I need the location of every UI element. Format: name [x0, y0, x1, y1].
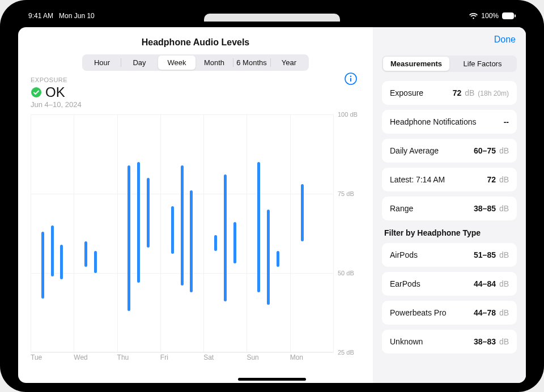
info-circle-icon	[345, 73, 357, 85]
chart-bar[interactable]	[257, 162, 260, 292]
checkmark-circle-icon	[31, 87, 42, 98]
time-range-day[interactable]: Day	[121, 56, 158, 70]
time-range-segmented[interactable]: HourDayWeekMonth6 MonthsYear	[82, 54, 309, 71]
chart-gridline	[31, 114, 333, 115]
chart-bar[interactable]	[267, 210, 270, 305]
measurement-row[interactable]: Daily Average60–75 dB	[382, 139, 517, 163]
chart-vline	[290, 114, 291, 353]
chart-bar[interactable]	[51, 225, 54, 276]
chart-bar[interactable]	[147, 178, 150, 248]
chart-vline	[160, 114, 161, 353]
chart-plot-area	[31, 114, 333, 352]
status-time: 9:41 AM	[28, 12, 53, 19]
svg-point-4	[350, 76, 351, 77]
filter-row[interactable]: AirPods51–85 dB	[382, 243, 517, 267]
chart-x-tick: Tue	[31, 353, 74, 361]
chart[interactable]: 25 dB50 dB75 dB100 dB	[31, 114, 360, 352]
filter-row[interactable]: EarPods44–84 dB	[382, 272, 517, 296]
chart-bar[interactable]	[214, 235, 217, 251]
chart-y-tick: 25 dB	[338, 349, 354, 356]
svg-rect-0	[503, 13, 514, 19]
measurements-list: Exposure72 dB (18h 20m)Headphone Notific…	[382, 81, 517, 220]
chart-y-tick: 100 dB	[338, 111, 358, 118]
device-frame: 9:41 AM Mon Jun 10 100% ••• Headphone Au…	[0, 0, 544, 392]
chart-bar[interactable]	[277, 251, 279, 267]
chart-bar[interactable]	[171, 206, 174, 254]
modal-sheet: Headphone Audio Levels HourDayWeekMonth6…	[18, 27, 526, 383]
filter-label: Unknown	[390, 337, 423, 346]
chart-gridline	[31, 352, 333, 353]
measurement-row[interactable]: Range38–85 dB	[382, 197, 517, 220]
chart-bar[interactable]	[301, 184, 304, 241]
side-tab-measurements[interactable]: Measurements	[383, 57, 449, 71]
chart-bar[interactable]	[84, 241, 87, 267]
filter-label: EarPods	[390, 279, 420, 288]
chart-y-axis: 25 dB50 dB75 dB100 dB	[333, 114, 360, 352]
filter-value: 44–78 dB	[474, 308, 509, 317]
measurement-label: Headphone Notifications	[390, 117, 477, 126]
chart-bar[interactable]	[181, 165, 184, 286]
time-range-month[interactable]: Month	[196, 56, 233, 70]
measurement-row[interactable]: Headphone Notifications--	[382, 110, 517, 134]
filter-value: 38–83 dB	[474, 337, 509, 346]
measurement-label: Latest: 7:14 AM	[390, 175, 445, 184]
chart-bar[interactable]	[224, 174, 227, 301]
chart-y-tick: 50 dB	[338, 270, 354, 276]
side-tab-life-factors[interactable]: Life Factors	[449, 57, 516, 71]
date-range: Jun 4–10, 2024	[31, 100, 360, 109]
chart-bar[interactable]	[41, 232, 44, 299]
filter-label: AirPods	[390, 250, 418, 259]
filter-value: 51–85 dB	[474, 250, 509, 259]
measurement-row[interactable]: Latest: 7:14 AM72 dB	[382, 168, 517, 191]
info-button[interactable]	[345, 73, 357, 87]
chart-bar[interactable]	[190, 190, 193, 292]
svg-rect-5	[350, 78, 351, 82]
measurement-label: Exposure	[390, 88, 423, 97]
exposure-status-text: OK	[45, 84, 65, 100]
home-indicator[interactable]	[238, 378, 306, 381]
measurement-value: --	[504, 117, 509, 126]
measurement-value: 38–85 dB	[474, 204, 509, 213]
time-range-6-months[interactable]: 6 Months	[233, 56, 270, 70]
side-segmented[interactable]: MeasurementsLife Factors	[382, 56, 517, 72]
measurement-value: 72 dB (18h 20m)	[453, 88, 509, 97]
chart-x-tick: Fri	[160, 353, 203, 361]
measurement-row[interactable]: Exposure72 dB (18h 20m)	[382, 81, 517, 105]
chart-vline	[246, 114, 247, 353]
chart-x-tick: Mon	[290, 353, 333, 361]
chart-x-axis: TueWedThuFriSatSunMon	[31, 353, 360, 361]
status-battery-pct: 100%	[481, 12, 499, 19]
measurement-value: 72 dB	[487, 175, 509, 184]
chart-x-tick: Thu	[117, 353, 160, 361]
side-panel: Done MeasurementsLife Factors Exposure72…	[373, 27, 526, 383]
svg-rect-1	[515, 15, 516, 18]
chart-bar[interactable]	[137, 162, 140, 283]
chart-x-tick: Wed	[74, 353, 117, 361]
chart-bar[interactable]	[128, 165, 130, 312]
chart-x-tick: Sun	[246, 353, 290, 361]
chart-y-tick: 75 dB	[338, 190, 354, 197]
done-button[interactable]: Done	[494, 35, 516, 45]
page-title: Headphone Audio Levels	[31, 37, 360, 48]
filter-section-title: Filter by Headphone Type	[384, 228, 515, 237]
status-date: Mon Jun 10	[59, 12, 95, 19]
chart-vline	[203, 114, 204, 353]
measurement-value: 60–75 dB	[474, 146, 509, 155]
chart-vline	[74, 114, 74, 353]
battery-icon	[502, 12, 516, 19]
time-range-hour[interactable]: Hour	[83, 56, 121, 70]
exposure-status-row: OK	[31, 84, 360, 100]
chart-bar[interactable]	[94, 251, 97, 273]
svg-point-2	[31, 87, 41, 97]
chart-bar[interactable]	[60, 245, 63, 280]
chart-vline	[117, 114, 118, 353]
time-range-week[interactable]: Week	[158, 56, 196, 70]
measurement-label: Daily Average	[390, 146, 439, 155]
filter-row[interactable]: Unknown38–83 dB	[382, 330, 517, 353]
filter-row[interactable]: Powerbeats Pro44–78 dB	[382, 301, 517, 325]
background-sheet-peek	[204, 14, 340, 22]
time-range-year[interactable]: Year	[270, 56, 308, 70]
filter-label: Powerbeats Pro	[390, 308, 447, 317]
exposure-caption: EXPOSURE	[31, 76, 360, 83]
chart-bar[interactable]	[233, 222, 236, 263]
